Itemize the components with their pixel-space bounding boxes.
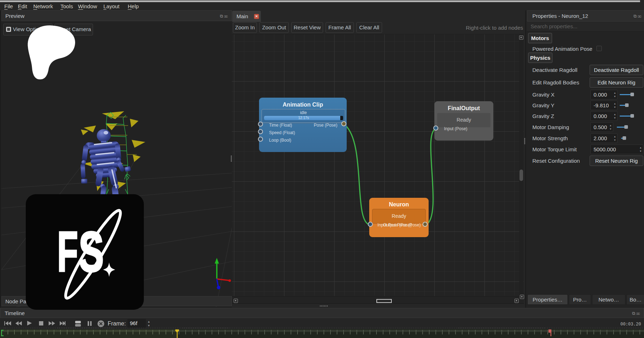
svg-text:F: F [57,220,78,283]
svg-text:S: S [79,220,104,283]
